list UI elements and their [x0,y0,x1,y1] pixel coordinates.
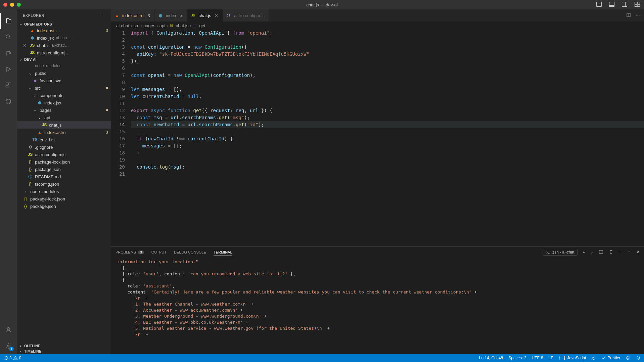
file-item[interactable]: ◆favicon.svg [17,77,111,84]
tab-output[interactable]: OUTPUT [151,249,167,256]
sidebar-right-icon[interactable] [621,1,628,9]
breadcrumbs[interactable]: ai-chat›src›pages›api›JSchat.js›⬚get [111,21,644,30]
file-item[interactable]: {}package.json [17,202,111,210]
more-panel-icon[interactable]: ⋯ [619,250,623,255]
breadcrumb-item[interactable]: get [199,23,205,28]
code-editor[interactable]: 123456789101112131415161718192021 import… [111,30,644,246]
dev-ai-header[interactable]: ⌄DEV-AI [17,56,111,62]
open-editor-item[interactable]: ⬢index.jsxai-cha… [17,34,111,42]
code-line[interactable]: const configuration = new Configuration(… [131,44,644,51]
status-ln-col[interactable]: Ln 14, Col 48 [479,356,503,360]
close-panel-icon[interactable]: ✕ [636,250,639,255]
folder-item[interactable]: ⌄api [17,114,111,121]
code-line[interactable]: const msg = url.searchParams.get("msg"); [131,114,644,121]
code-line[interactable] [131,65,644,72]
file-item[interactable]: TSenv.d.ts [17,136,111,143]
close-window[interactable] [3,3,7,7]
search-icon[interactable] [0,29,16,45]
status-encoding[interactable]: UTF-8 [532,356,543,360]
code-line[interactable]: console.log(msg); [131,164,644,171]
code-line[interactable]: }); [131,58,644,65]
status-language[interactable]: { } JavaScript [559,356,586,360]
breadcrumb-item[interactable]: ai-chat [116,23,129,28]
code-line[interactable]: import { Configuration, OpenAIApi } from… [131,30,644,37]
code-line[interactable]: const newChatId = url.searchParams.get("… [131,121,644,128]
code-line[interactable] [131,37,644,44]
trash-icon[interactable] [609,250,613,255]
editor-tab[interactable]: ▲index.astro3 [111,9,154,21]
file-item[interactable]: ⬢index.jsx [17,99,111,106]
file-item[interactable]: {}package.json [17,166,111,173]
account-icon[interactable] [0,322,16,338]
code-line[interactable] [131,100,644,107]
panel-bottom-icon[interactable] [608,1,615,9]
folder-item[interactable]: node_modules [17,62,111,70]
folder-item[interactable]: ⌄components [17,92,111,99]
status-copilot-icon[interactable] [591,356,596,360]
open-editor-item[interactable]: ✕JSchat.jsai-chat/… [17,42,111,49]
open-editors-header[interactable]: ⌄OPEN EDITORS [17,21,111,27]
explorer-icon[interactable] [0,13,16,29]
file-item[interactable]: {}tsconfig.json [17,180,111,188]
code-line[interactable]: let currentChatId = null; [131,93,644,100]
code-line[interactable] [131,128,644,135]
code-line[interactable] [131,171,644,178]
code-line[interactable]: const openai = new OpenAIApi(configurati… [131,72,644,79]
open-editor-item[interactable]: ▲index.astr…3 [17,27,111,34]
close-tab-icon[interactable]: ✕ [215,13,218,18]
settings-icon[interactable]: 1 [0,338,16,354]
minimize-window[interactable] [10,3,14,7]
code-line[interactable]: apiKey: "sk-PeUJuoeCFD2BkDw7bWFZT3BlbkFJ… [131,51,644,58]
file-item[interactable]: JSastro.config.mjs [17,151,111,158]
file-item[interactable]: {}package-lock.json [17,195,111,202]
layout-icon[interactable] [634,1,641,9]
code-line[interactable]: } [131,149,644,156]
status-errors[interactable]: 3 0 [3,356,21,360]
status-feedback-icon[interactable] [626,356,631,360]
terminal-select[interactable]: zsh - ai-chat [543,249,577,256]
breadcrumb-item[interactable]: src [133,23,139,28]
split-terminal-icon[interactable] [599,250,603,255]
outline-header[interactable]: ›OUTLINE [17,343,111,349]
code-line[interactable]: if (newChatId !== currentChatId) { [131,135,644,142]
code-line[interactable]: messages = []; [131,142,644,149]
panel-toggle-icon[interactable] [596,1,602,9]
maximize-window[interactable] [17,3,21,7]
run-debug-icon[interactable] [0,61,16,77]
file-item[interactable]: ⚙.gitignore [17,143,111,151]
edge-icon[interactable] [0,93,16,109]
status-spaces[interactable]: Spaces: 2 [508,356,526,360]
status-bell-icon[interactable] [636,356,641,360]
close-icon[interactable]: ✕ [23,43,28,48]
extensions-icon[interactable] [0,77,16,93]
file-item[interactable]: ⓘREADME.md [17,173,111,180]
code-line[interactable]: let messages = []; [131,86,644,93]
editor-tab[interactable]: JSastro.config.mjs [223,9,269,21]
more-tab-icon[interactable]: ⋯ [636,13,640,18]
tab-terminal[interactable]: TERMINAL [214,249,232,256]
timeline-header[interactable]: ›TIMELINE [17,349,111,354]
chevron-down-icon[interactable]: ⌄ [590,250,593,255]
breadcrumb-item[interactable]: api [159,23,165,28]
breadcrumb-item[interactable]: chat.js [176,23,189,28]
file-item[interactable]: JSchat.js [17,121,111,129]
more-icon[interactable]: ⋯ [101,13,105,17]
editor-tab[interactable]: JSchat.js✕ [187,9,223,21]
file-item[interactable]: {}package-lock.json [17,158,111,166]
new-terminal-icon[interactable]: + [583,250,585,254]
open-editor-item[interactable]: JSastro.config.mj… [17,49,111,56]
folder-item[interactable]: ⌄src [17,84,111,92]
tab-debug-console[interactable]: DEBUG CONSOLE [174,249,206,256]
breadcrumb-item[interactable]: pages [143,23,155,28]
editor-tab[interactable]: ⬢index.jsx [154,9,187,21]
file-item[interactable]: ▲index.astro3 [17,129,111,136]
terminal-output[interactable]: information for your location." }, { rol… [111,258,644,354]
folder-item[interactable]: ⌄public [17,70,111,77]
split-icon[interactable] [626,13,631,18]
chevron-up-icon[interactable]: ⌃ [628,250,631,255]
folder-item[interactable]: ⌄pages [17,106,111,114]
status-prettier[interactable]: Prettier [601,356,620,360]
code-line[interactable] [131,156,644,164]
tab-problems[interactable]: PROBLEMS 3 [116,249,144,256]
folder-item[interactable]: ›node_modules [17,188,111,195]
